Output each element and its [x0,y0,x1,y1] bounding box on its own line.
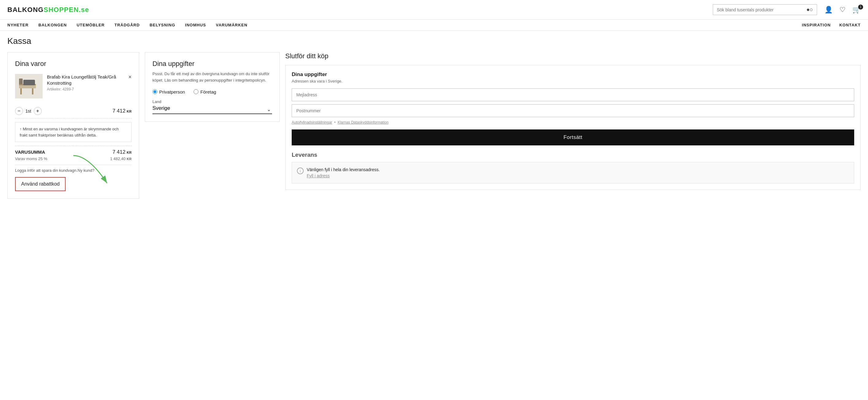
leverans-info: Vänligen fyll i hela din leveransadress.… [307,167,380,178]
foretag-radio[interactable] [193,89,198,94]
postnummer-input[interactable] [292,104,854,117]
privatperson-radio-label[interactable]: Privatperson [152,89,185,94]
nav-item-varumarken[interactable]: VARUMÄRKEN [216,23,248,27]
nav-item-inspiration[interactable]: INSPIRATION [802,23,831,27]
product-row: Brafab Kira Loungefåtölj Teak/Grå Konstr… [15,74,131,98]
foretag-label: Företag [200,89,216,94]
svg-rect-3 [32,88,33,94]
right-panel-title: Slutför ditt köp [285,52,861,60]
remove-product-button[interactable]: × [128,74,131,80]
login-text: Logga inför att spara din kundvagn.Ny ku… [15,168,131,173]
left-panel-title: Dina varor [15,60,131,68]
country-select-wrap: Sverige ⌄ [152,105,272,114]
search-input[interactable] [717,7,806,12]
moms-label: Varav moms 25 % [15,156,47,161]
privatperson-radio[interactable] [152,89,157,94]
nav-item-utemobler[interactable]: UTEMÖBLER [77,23,104,27]
country-field-label: Land [152,99,272,104]
product-sku: Artikelnr: 4289-7 [47,87,131,91]
cart-badge: 1 [858,5,863,9]
header: BALKONGSHOPPEN.se ●○ 👤 ♡ 🛒 1 [0,0,868,20]
qty-value: 1st [26,109,31,114]
nav-item-inomhus[interactable]: INOMHUS [185,23,206,27]
fill-address-link[interactable]: Fyll i adress [307,173,380,178]
product-name: Brafab Kira Loungefåtölj Teak/Grå Konstr… [47,74,131,86]
klarna-link[interactable]: Klarnas Dataskyddsinformation [338,120,389,125]
search-icon[interactable]: ●○ [806,6,813,13]
varusumma-price: 7 412 KR [113,149,131,155]
qty-increase-button[interactable]: + [34,107,42,115]
rabatt-section: Använd rabattkod [15,177,66,191]
qty-row: − 1st + 7 412 KR [15,103,131,115]
checkout-box-desc: Adressen ska vara i Sverige. [292,79,854,84]
logo-accent: SHOPPEN [43,6,79,13]
product-info: Brafab Kira Loungefåtölj Teak/Grå Konstr… [47,74,131,91]
cart-icon[interactable]: 🛒 1 [852,6,861,14]
product-image [15,74,43,98]
moms-row: Varav moms 25 % 1 482,40 KR [15,156,131,161]
header-icons: 👤 ♡ 🛒 1 [825,6,861,14]
rabatt-button[interactable]: Använd rabattkod [15,177,66,191]
leverans-text: Vänligen fyll i hela din leveransadress. [307,167,380,172]
privatperson-label: Privatperson [159,89,185,94]
varusumma-row: VARUSUMMA 7 412 KR [15,149,131,155]
checkout-box-subtitle: Dina uppgifter [292,71,854,78]
product-price: 7 412 KR [113,108,131,114]
search-bar: ●○ [713,4,817,15]
left-panel: Dina varor [7,52,139,199]
leverans-title: Leverans [292,152,854,158]
svg-rect-5 [23,80,35,85]
moms-price: 1 482,40 KR [110,156,131,161]
country-select[interactable]: Sverige [152,105,272,111]
policy-links: Autoifyllnadsinställningar • Klarnas Dat… [292,120,854,125]
nav-item-belysning[interactable]: BELYSNING [150,23,176,27]
shipping-notice: Minst en av varorna i kundvagnen är skry… [15,122,131,142]
nav-item-kontakt[interactable]: KONTAKT [839,23,861,27]
svg-rect-4 [20,88,22,94]
email-input[interactable] [292,88,854,101]
logo[interactable]: BALKONGSHOPPEN.se [7,6,89,14]
mid-panel: Dina uppgifter Pssst. Du får ett mejl av… [145,52,280,122]
continue-button[interactable]: Fortsätt [292,129,854,145]
logo-suffix: .se [79,6,89,13]
nav-item-nyheter[interactable]: NYHETER [7,23,29,27]
page-title: Kassa [0,31,868,49]
qty-decrease-button[interactable]: − [15,107,23,115]
customer-type-group: Privatperson Företag [152,89,272,94]
checkout-box: Dina uppgifter Adressen ska vara i Sveri… [285,65,861,190]
account-icon[interactable]: 👤 [825,6,833,14]
main-nav: NYHETER BALKONGEN UTEMÖBLER TRÄDGÅRD BEL… [0,20,868,31]
wishlist-icon[interactable]: ♡ [839,6,846,14]
mid-panel-desc: Pssst. Du får ett mejl av din övergivna … [152,71,272,84]
mid-panel-title: Dina uppgifter [152,60,272,68]
main-content: Dina varor [0,49,868,211]
varusumma-label: VARUSUMMA [15,149,45,155]
nav-item-balkongen[interactable]: BALKONGEN [38,23,67,27]
right-panel: Slutför ditt köp Dina uppgifter Adressen… [285,52,861,190]
leverans-box: i Vänligen fyll i hela din leveransadres… [292,162,854,183]
foretag-radio-label[interactable]: Företag [193,89,216,94]
qty-controls: − 1st + [15,107,42,115]
autofyll-link[interactable]: Autoifyllnadsinställningar [292,120,332,125]
info-icon: i [297,167,304,174]
nav-item-tradgard[interactable]: TRÄDGÅRD [115,23,140,27]
